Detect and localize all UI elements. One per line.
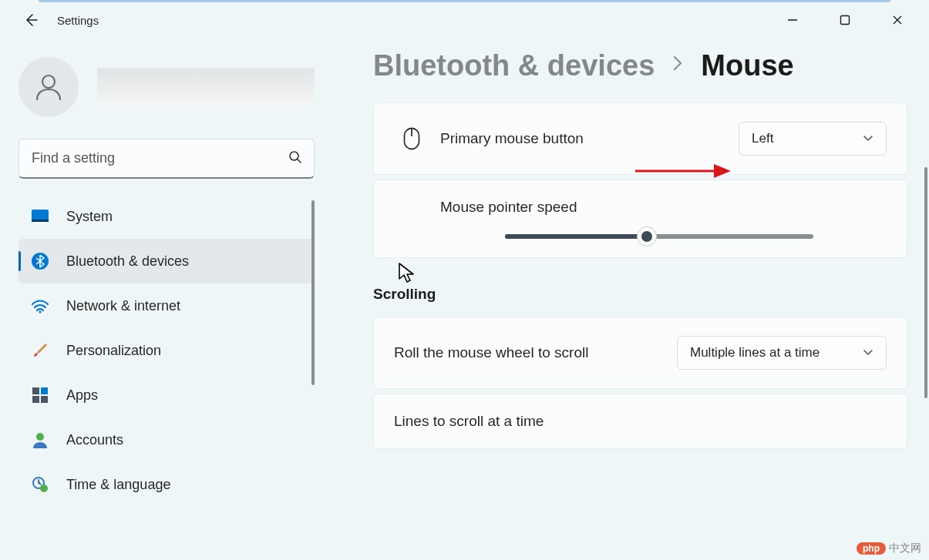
- watermark: php 中文网: [857, 542, 921, 555]
- svg-rect-7: [32, 387, 39, 394]
- page-title: Mouse: [701, 49, 793, 82]
- roll-mouse-wheel-dropdown[interactable]: Multiple lines at a time: [677, 336, 887, 370]
- accounts-icon: [29, 429, 51, 451]
- breadcrumb-parent[interactable]: Bluetooth & devices: [373, 49, 655, 82]
- bluetooth-icon: [29, 250, 51, 272]
- svg-rect-10: [41, 396, 48, 403]
- close-button[interactable]: [880, 6, 915, 34]
- sidebar-scrollbar[interactable]: [311, 200, 315, 385]
- sidebar-item-label: Accounts: [66, 432, 123, 448]
- lines-to-scroll-card: Lines to scroll at a time: [373, 394, 907, 449]
- clock-globe-icon: [29, 474, 51, 495]
- maximize-icon: [840, 15, 850, 25]
- sidebar-item-label: Apps: [66, 387, 98, 404]
- chevron-down-icon: [863, 345, 873, 360]
- content: Bluetooth & devices Mouse Primary mouse …: [333, 40, 929, 560]
- dropdown-value: Multiple lines at a time: [690, 345, 820, 360]
- roll-mouse-wheel-card: Roll the mouse wheel to scroll Multiple …: [373, 317, 907, 389]
- maximize-button[interactable]: [827, 6, 863, 34]
- watermark-text: 中文网: [889, 542, 921, 555]
- primary-mouse-button-card: Primary mouse button Left: [373, 102, 907, 175]
- chevron-right-icon: [672, 54, 684, 78]
- svg-point-6: [39, 310, 41, 313]
- svg-point-11: [36, 433, 44, 441]
- close-icon: [892, 15, 903, 25]
- slider-thumb[interactable]: [637, 226, 657, 246]
- chevron-down-icon: [863, 131, 873, 146]
- svg-rect-8: [41, 387, 48, 394]
- sidebar-item-label: Personalization: [66, 343, 161, 359]
- mouse-pointer-speed-card: Mouse pointer speed: [373, 179, 907, 258]
- scrolling-section-header: Scrolling: [373, 286, 907, 303]
- titlebar: Settings: [0, 0, 929, 40]
- svg-point-2: [290, 152, 298, 160]
- sidebar-item-apps[interactable]: Apps: [19, 373, 315, 417]
- search-input[interactable]: [19, 139, 315, 179]
- search-icon: [288, 150, 302, 167]
- system-icon: [29, 206, 51, 227]
- sidebar-item-label: Bluetooth & devices: [66, 253, 189, 270]
- sidebar: System Bluetooth & devices Network & int…: [0, 40, 333, 560]
- slider-fill: [505, 234, 647, 239]
- back-arrow-icon: [23, 12, 39, 28]
- user-name-placeholder: [97, 68, 315, 106]
- watermark-badge: php: [857, 542, 886, 555]
- sidebar-item-system[interactable]: System: [19, 194, 315, 239]
- apps-icon: [29, 384, 51, 406]
- lines-to-scroll-label: Lines to scroll at a time: [394, 413, 887, 430]
- dropdown-value: Left: [752, 131, 773, 146]
- primary-mouse-button-dropdown[interactable]: Left: [739, 122, 887, 156]
- sidebar-item-time-language[interactable]: Time & language: [19, 462, 315, 507]
- mouse-icon: [394, 127, 429, 150]
- content-scrollbar[interactable]: [924, 167, 927, 398]
- svg-rect-0: [841, 16, 850, 25]
- avatar: [19, 57, 79, 117]
- svg-rect-9: [32, 396, 39, 403]
- sidebar-item-label: System: [66, 209, 113, 225]
- sidebar-item-bluetooth-devices[interactable]: Bluetooth & devices: [19, 239, 315, 283]
- svg-point-1: [42, 75, 55, 88]
- back-button[interactable]: [17, 6, 45, 34]
- sidebar-item-personalization[interactable]: Personalization: [19, 328, 315, 373]
- mouse-pointer-speed-label: Mouse pointer speed: [440, 199, 887, 216]
- svg-point-13: [40, 485, 48, 492]
- sidebar-item-label: Time & language: [66, 477, 170, 493]
- person-icon: [32, 71, 65, 103]
- sidebar-item-label: Network & internet: [66, 298, 180, 314]
- primary-mouse-button-label: Primary mouse button: [440, 130, 739, 147]
- svg-rect-4: [32, 220, 49, 222]
- sidebar-item-network[interactable]: Network & internet: [19, 283, 315, 328]
- breadcrumb: Bluetooth & devices Mouse: [373, 49, 907, 82]
- app-title: Settings: [57, 14, 99, 27]
- mouse-pointer-speed-slider[interactable]: [505, 234, 813, 239]
- user-profile[interactable]: [19, 40, 315, 139]
- minimize-button[interactable]: [775, 6, 810, 34]
- roll-mouse-wheel-label: Roll the mouse wheel to scroll: [394, 344, 677, 361]
- minimize-icon: [787, 15, 798, 25]
- paintbrush-icon: [29, 340, 51, 361]
- nav: System Bluetooth & devices Network & int…: [19, 194, 315, 560]
- sidebar-item-accounts[interactable]: Accounts: [19, 417, 315, 462]
- wifi-icon: [29, 295, 51, 317]
